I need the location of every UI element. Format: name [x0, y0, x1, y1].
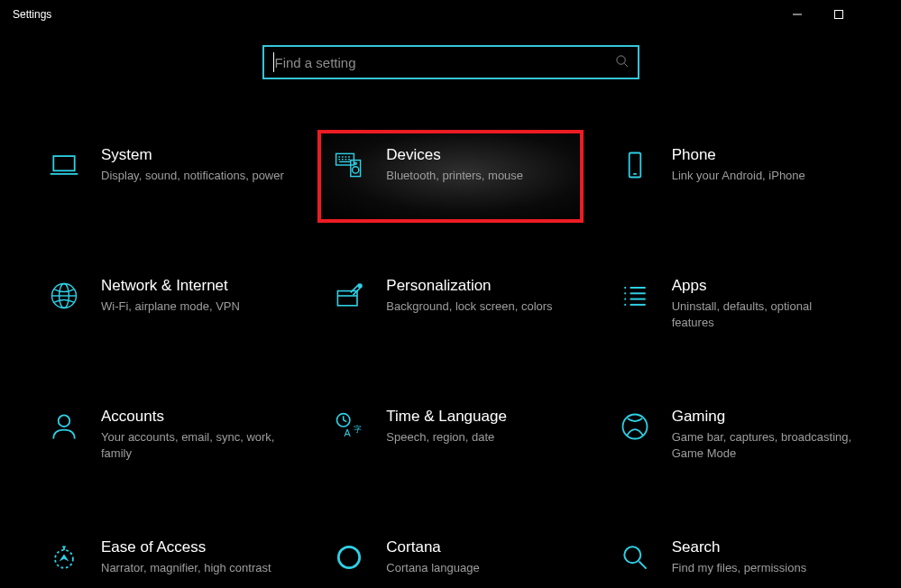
svg-marker-45 — [60, 554, 69, 561]
tile-title: Search — [672, 538, 856, 556]
window-title: Settings — [13, 8, 51, 21]
search-box[interactable] — [262, 45, 639, 79]
tile-title: Ease of Access — [101, 538, 285, 556]
svg-point-37 — [59, 415, 70, 427]
svg-text:A: A — [345, 427, 352, 438]
tile-apps[interactable]: Apps Uninstall, defaults, optional featu… — [607, 264, 865, 350]
tile-accounts[interactable]: Accounts Your accounts, email, sync, wor… — [36, 395, 294, 481]
tile-devices[interactable]: Devices Bluetooth, printers, mouse — [317, 130, 583, 223]
tile-title: Cortana — [386, 538, 570, 556]
tile-desc: Display, sound, notifications, power — [101, 168, 285, 184]
tile-desc: Wi-Fi, airplane mode, VPN — [101, 299, 285, 315]
text-cursor — [273, 52, 274, 72]
search-input[interactable] — [275, 55, 615, 70]
tile-phone[interactable]: Phone Link your Android, iPhone — [607, 133, 865, 219]
tile-search[interactable]: Search Find my files, permissions — [607, 526, 865, 588]
window-controls — [777, 0, 901, 29]
tile-time-language[interactable]: A 字 Time & Language Speech, region, date — [321, 395, 579, 481]
titlebar: Settings — [0, 0, 901, 29]
person-icon — [45, 408, 83, 446]
svg-point-44 — [55, 550, 73, 568]
tile-title: Phone — [672, 146, 856, 164]
tile-cortana[interactable]: Cortana Cortana language — [321, 526, 579, 588]
svg-text:字: 字 — [354, 425, 362, 434]
svg-rect-6 — [53, 156, 74, 170]
tile-desc: Speech, region, date — [386, 429, 570, 446]
svg-rect-1 — [835, 11, 843, 19]
magnifier-icon — [616, 538, 654, 576]
svg-line-48 — [639, 562, 646, 569]
keyboard-speaker-icon — [330, 146, 368, 184]
svg-point-47 — [624, 547, 640, 563]
tile-title: Devices — [386, 146, 570, 164]
tile-desc: Link your Android, iPhone — [672, 168, 856, 184]
tile-title: System — [101, 146, 285, 164]
ease-of-access-icon — [45, 538, 83, 576]
settings-grid: System Display, sound, notifications, po… — [0, 79, 901, 588]
xbox-icon — [616, 408, 654, 446]
cortana-icon — [330, 538, 368, 576]
minimize-button[interactable] — [777, 0, 818, 29]
svg-line-5 — [624, 63, 628, 67]
laptop-icon — [45, 146, 83, 184]
tile-desc: Find my files, permissions — [672, 560, 856, 576]
tile-title: Apps — [672, 277, 856, 295]
phone-icon — [616, 146, 654, 184]
tile-desc: Background, lock screen, colors — [386, 299, 570, 315]
svg-point-19 — [353, 167, 359, 173]
tile-desc: Game bar, captures, broadcasting, Game M… — [672, 429, 856, 461]
search-icon — [615, 54, 629, 71]
svg-point-46 — [339, 547, 360, 567]
time-language-icon: A 字 — [330, 408, 368, 446]
tile-personalization[interactable]: Personalization Background, lock screen,… — [321, 264, 579, 350]
paint-icon — [330, 277, 368, 315]
tile-title: Accounts — [101, 408, 285, 426]
tile-desc: Your accounts, email, sync, work, family — [101, 429, 285, 461]
tile-desc: Cortana language — [386, 560, 570, 576]
globe-icon — [45, 277, 83, 315]
tile-system[interactable]: System Display, sound, notifications, po… — [36, 133, 294, 219]
svg-point-4 — [616, 55, 624, 63]
tile-title: Gaming — [672, 408, 856, 426]
tile-desc: Bluetooth, printers, mouse — [386, 168, 570, 184]
search-container — [0, 45, 901, 79]
tile-network[interactable]: Network & Internet Wi-Fi, airplane mode,… — [36, 264, 294, 350]
tile-desc: Narrator, magnifier, high contrast — [101, 560, 285, 576]
list-icon — [616, 277, 654, 315]
svg-point-20 — [354, 162, 356, 164]
tile-title: Network & Internet — [101, 277, 285, 295]
maximize-button[interactable] — [818, 0, 860, 29]
tile-title: Time & Language — [386, 408, 570, 426]
tile-gaming[interactable]: Gaming Game bar, captures, broadcasting,… — [607, 395, 865, 481]
svg-point-28 — [359, 284, 363, 288]
svg-line-40 — [344, 420, 347, 422]
tile-title: Personalization — [386, 277, 570, 295]
tile-ease-of-access[interactable]: Ease of Access Narrator, magnifier, high… — [36, 526, 294, 588]
tile-desc: Uninstall, defaults, optional features — [672, 299, 856, 330]
